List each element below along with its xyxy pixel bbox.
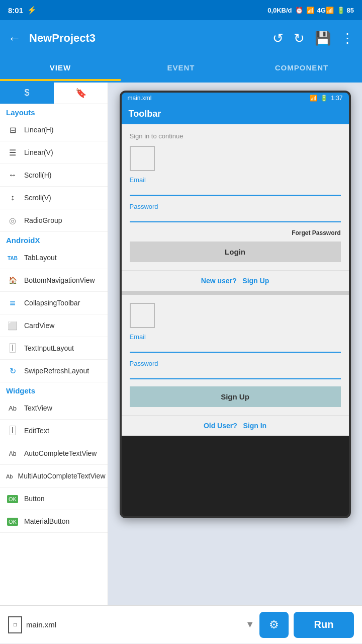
new-user-text: New user? <box>201 277 237 285</box>
component-materialbutton[interactable]: MaterialButton <box>0 510 108 533</box>
password-label: Password <box>130 203 341 210</box>
palette-icon: $ <box>24 88 29 98</box>
settings-icon: ⚙ <box>269 618 279 631</box>
new-user-row: New user? Sign Up <box>122 270 349 291</box>
component-edittext[interactable]: EditText <box>0 420 108 442</box>
component-tablayout[interactable]: TabLayout <box>0 247 108 269</box>
password-input[interactable] <box>130 211 341 222</box>
more-button[interactable]: ⋮ <box>341 31 354 46</box>
forget-password[interactable]: Forget Password <box>130 229 341 236</box>
textinput-label: TextInputLayout <box>24 344 74 352</box>
component-bottomnav[interactable]: BottomNavigationView <box>0 269 108 292</box>
component-linear-v[interactable]: Linear(V) <box>0 141 108 164</box>
signup-password-input[interactable] <box>130 368 341 379</box>
section-header-widgets: Widgets <box>0 382 108 397</box>
dropdown-arrow-icon[interactable]: ▼ <box>245 619 254 630</box>
toolbar-actions: ↺ ↻ 💾 ⋮ <box>273 31 354 46</box>
tabs-bar: VIEW EVENT COMPONENT <box>0 56 362 83</box>
button-icon <box>6 492 19 505</box>
autocomplete-label: AutoCompleteTextView <box>24 449 97 457</box>
scroll-h-label: Scroll(H) <box>24 171 51 179</box>
signup-link[interactable]: Sign Up <box>242 277 269 285</box>
component-textinputlayout[interactable]: TextInputLayout <box>0 337 108 360</box>
login-image-placeholder <box>130 146 155 171</box>
textinput-icon <box>6 342 19 355</box>
status-4g-icon: 4G📶 <box>317 7 334 14</box>
tab-component[interactable]: COMPONENT <box>241 56 362 81</box>
settings-button[interactable]: ⚙ <box>259 612 289 638</box>
status-battery: 🔋 85 <box>337 7 354 14</box>
sign-in-text: Sign in to continue <box>130 132 341 140</box>
old-user-row: Old User? Sign In <box>122 415 349 436</box>
scroll-h-icon <box>6 169 19 182</box>
login-button[interactable]: Login <box>130 242 341 262</box>
component-cardview[interactable]: CardView <box>0 314 108 337</box>
component-radiogroup[interactable]: RadioGroup <box>0 209 108 232</box>
save-button[interactable]: 💾 <box>315 31 331 46</box>
linear-v-icon <box>6 146 19 159</box>
tab-view[interactable]: VIEW <box>0 56 121 81</box>
file-icon: □ <box>8 616 22 633</box>
redo-button[interactable]: ↻ <box>294 31 305 46</box>
panel-tab-palette[interactable]: $ <box>0 83 54 104</box>
component-collapsingtoolbar[interactable]: CollapsingToolbar <box>0 292 108 314</box>
email-label: Email <box>130 176 341 184</box>
undo-button[interactable]: ↺ <box>273 31 284 46</box>
phone-time: 1:37 <box>331 95 342 102</box>
collapse-icon <box>6 296 19 309</box>
file-name: main.xml <box>26 620 241 629</box>
run-button[interactable]: Run <box>294 612 354 638</box>
left-panel: $ 🔖 Layouts Linear(H) Linear(V) Scroll(H… <box>0 83 108 605</box>
signup-email-label: Email <box>130 333 341 341</box>
edittext-label: EditText <box>24 427 49 435</box>
scroll-v-label: Scroll(V) <box>24 194 51 202</box>
component-linear-h[interactable]: Linear(H) <box>0 119 108 141</box>
swipe-icon <box>6 364 19 377</box>
main-content: $ 🔖 Layouts Linear(H) Linear(V) Scroll(H… <box>0 83 362 605</box>
status-signal-icon: 📶 <box>306 7 314 14</box>
component-autocomplete[interactable]: AutoCompleteTextView <box>0 442 108 465</box>
textview-label: TextView <box>24 404 52 412</box>
email-input[interactable] <box>130 185 341 196</box>
autocomplete-icon <box>6 447 19 460</box>
preview-area: main.xml 📶 🔋 1:37 Toolbar Sign in to con… <box>108 83 362 605</box>
component-scroll-h[interactable]: Scroll(H) <box>0 164 108 187</box>
phone-signal-icon: 📶 <box>310 95 317 102</box>
status-network: 0,0KB/d <box>267 7 292 14</box>
cardview-label: CardView <box>24 321 54 330</box>
status-time: 8:01 <box>8 6 23 15</box>
tab-event[interactable]: EVENT <box>121 56 241 81</box>
radiogroup-label: RadioGroup <box>24 216 62 224</box>
multiauto-label: MultiAutoCompleteTextView <box>18 472 105 480</box>
status-left: 8:01 ⚡ <box>8 6 37 15</box>
old-user-text: Old User? <box>204 422 237 430</box>
status-right: 0,0KB/d ⏰ 📶 4G📶 🔋 85 <box>267 7 354 14</box>
phone-toolbar-label: Toolbar <box>129 109 161 119</box>
component-swiperefresh[interactable]: SwipeRefreshLayout <box>0 360 108 382</box>
linear-h-icon <box>6 123 19 136</box>
bottomnav-label: BottomNavigationView <box>24 276 95 284</box>
component-multiauto[interactable]: MultiAutoCompleteTextView <box>0 465 108 488</box>
component-scroll-v[interactable]: Scroll(V) <box>0 187 108 209</box>
bottom-bar: □ main.xml ▼ ⚙ Run <box>0 605 362 643</box>
signup-image-placeholder <box>130 303 155 328</box>
signup-password-label: Password <box>130 360 341 367</box>
collapse-label: CollapsingToolbar <box>24 299 80 307</box>
phone-toolbar: Toolbar <box>122 104 349 124</box>
signin-link[interactable]: Sign In <box>243 422 266 430</box>
signup-email-input[interactable] <box>130 342 341 353</box>
panel-tab-bookmark[interactable]: 🔖 <box>54 83 108 104</box>
matbutton-icon <box>6 515 19 528</box>
linear-v-label: Linear(V) <box>24 148 53 156</box>
component-textview[interactable]: TextView <box>0 397 108 420</box>
status-bar: 8:01 ⚡ 0,0KB/d ⏰ 📶 4G📶 🔋 85 <box>0 0 362 20</box>
cardview-icon <box>6 319 19 332</box>
signup-button[interactable]: Sign Up <box>130 386 341 407</box>
login-card: Sign in to continue Email Password Forge… <box>122 124 349 270</box>
component-button[interactable]: Button <box>0 488 108 510</box>
status-lightning: ⚡ <box>27 6 37 15</box>
file-indicator: □ main.xml ▼ <box>8 616 254 633</box>
bookmark-icon: 🔖 <box>75 88 86 98</box>
radiogroup-icon <box>6 214 19 227</box>
back-button[interactable]: ← <box>8 31 21 46</box>
